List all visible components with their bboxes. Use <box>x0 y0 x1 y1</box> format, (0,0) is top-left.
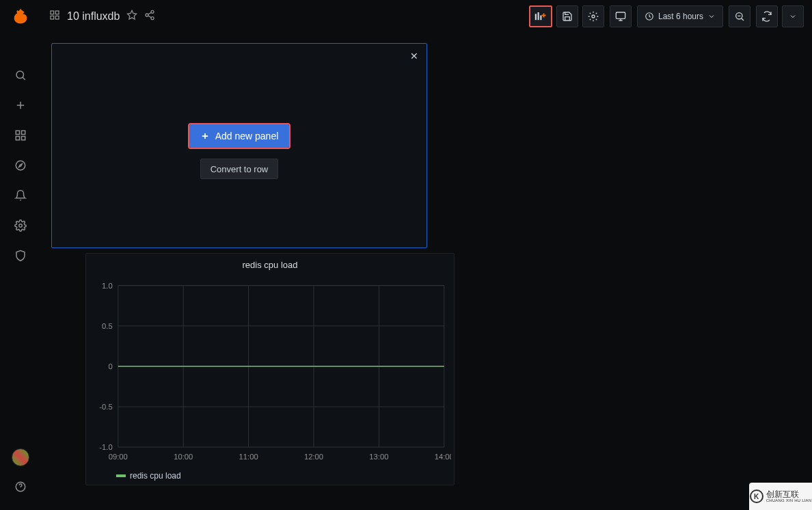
convert-to-row-label: Convert to row <box>211 164 269 174</box>
plus-icon <box>200 131 210 141</box>
svg-text:0: 0 <box>108 362 112 371</box>
svg-text:-0.5: -0.5 <box>99 403 112 411</box>
settings-button[interactable] <box>582 5 604 27</box>
svg-point-18 <box>592 15 595 18</box>
time-range-label: Last 6 hours <box>658 12 703 21</box>
svg-rect-16 <box>537 12 539 20</box>
svg-rect-3 <box>16 137 19 140</box>
svg-point-6 <box>19 224 23 228</box>
watermark: K 创新互联 CHUANG XIN HU LIAN <box>749 483 812 510</box>
convert-to-row-button[interactable]: Convert to row <box>200 159 279 179</box>
svg-text:-1.0: -1.0 <box>99 443 112 451</box>
chart-legend[interactable]: redis cpu load <box>89 467 451 482</box>
svg-rect-1 <box>16 131 19 134</box>
shield-icon[interactable] <box>7 242 34 269</box>
configuration-icon[interactable] <box>7 212 34 239</box>
svg-point-5 <box>16 161 25 170</box>
help-icon[interactable] <box>7 473 34 500</box>
plus-icon[interactable] <box>7 92 34 119</box>
add-panel-button[interactable] <box>529 5 552 27</box>
refresh-interval-button[interactable] <box>782 5 804 27</box>
chart-svg: -1.0-0.500.51.009:0010:0011:0012:0013:00… <box>89 277 451 467</box>
svg-text:09:00: 09:00 <box>109 453 128 461</box>
topbar: 10 influxdb Last 6 hours <box>41 0 812 33</box>
chevron-down-icon <box>707 12 716 21</box>
alerting-icon[interactable] <box>7 182 34 209</box>
dashboards-icon[interactable] <box>7 122 34 149</box>
page-title[interactable]: 10 influxdb <box>67 10 120 23</box>
svg-rect-11 <box>55 16 59 19</box>
svg-rect-9 <box>55 11 59 14</box>
watermark-en: CHUANG XIN HU LIAN <box>766 498 812 502</box>
content-area: ✕ Add new panel Convert to row redis cpu… <box>41 33 812 510</box>
add-panel-placeholder: ✕ Add new panel Convert to row <box>51 43 427 248</box>
avatar[interactable] <box>12 448 29 466</box>
watermark-cn: 创新互联 <box>766 490 812 498</box>
svg-text:14:00: 14:00 <box>435 453 451 461</box>
svg-rect-15 <box>535 14 537 20</box>
chevron-down-icon <box>789 12 797 21</box>
breadcrumb: 10 influxdb <box>49 10 155 23</box>
chart-title: redis cpu load <box>89 258 451 277</box>
svg-text:10:00: 10:00 <box>174 453 193 461</box>
legend-label: redis cpu load <box>130 471 181 481</box>
save-button[interactable] <box>556 5 578 27</box>
add-new-panel-button[interactable]: Add new panel <box>189 124 290 148</box>
add-new-panel-label: Add new panel <box>215 131 279 142</box>
chart-body: -1.0-0.500.51.009:0010:0011:0012:0013:00… <box>89 277 451 467</box>
svg-text:13:00: 13:00 <box>369 453 388 461</box>
star-icon[interactable] <box>126 10 137 23</box>
svg-rect-19 <box>616 12 625 18</box>
close-icon[interactable]: ✕ <box>410 51 418 62</box>
svg-rect-4 <box>22 137 25 140</box>
grafana-logo-icon[interactable] <box>10 5 31 27</box>
svg-rect-2 <box>22 131 25 134</box>
svg-text:12:00: 12:00 <box>304 453 323 461</box>
zoom-out-button[interactable] <box>729 5 750 27</box>
search-icon[interactable] <box>7 62 34 89</box>
share-icon[interactable] <box>144 10 155 23</box>
svg-text:0.5: 0.5 <box>102 322 113 330</box>
dashboards-icon <box>49 10 60 23</box>
watermark-logo-icon: K <box>750 489 763 503</box>
svg-rect-17 <box>540 16 541 21</box>
chart-panel[interactable]: redis cpu load -1.0-0.500.51.009:0010:00… <box>85 253 455 485</box>
legend-swatch <box>116 474 126 477</box>
sidebar <box>0 0 41 510</box>
svg-point-14 <box>151 17 154 20</box>
svg-point-13 <box>146 14 148 16</box>
svg-text:11:00: 11:00 <box>239 453 258 461</box>
svg-rect-10 <box>51 16 54 19</box>
svg-point-12 <box>151 10 154 13</box>
refresh-button[interactable] <box>756 5 778 27</box>
svg-rect-8 <box>51 11 54 14</box>
cycle-view-button[interactable] <box>610 5 632 27</box>
time-picker-button[interactable]: Last 6 hours <box>637 5 723 27</box>
svg-point-0 <box>16 71 24 79</box>
explore-icon[interactable] <box>7 152 34 179</box>
svg-text:1.0: 1.0 <box>102 282 113 290</box>
